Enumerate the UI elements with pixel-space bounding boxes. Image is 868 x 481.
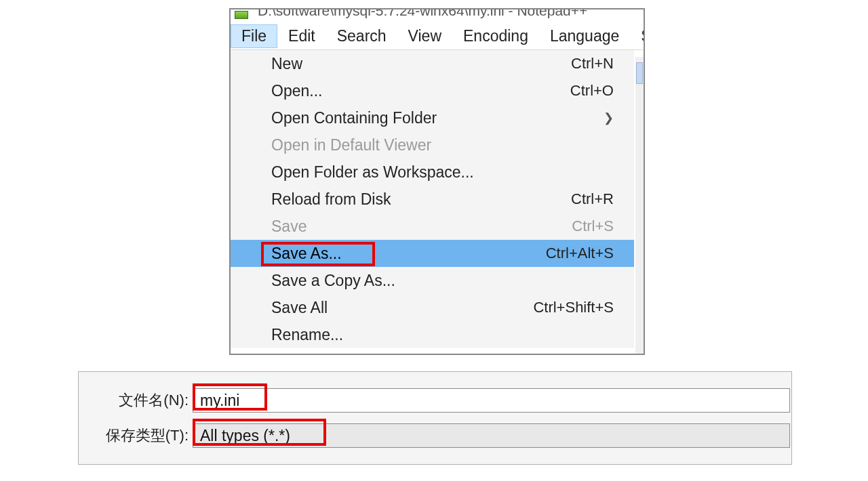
menu-item-new[interactable]: New Ctrl+N — [231, 50, 634, 77]
menu-item-reload-from-disk[interactable]: Reload from Disk Ctrl+R — [231, 186, 634, 213]
menu-edit[interactable]: Edit — [277, 24, 326, 48]
chevron-right-icon: ❯ — [604, 110, 614, 125]
menu-search[interactable]: Search — [326, 24, 397, 48]
file-dropdown: New Ctrl+N Open... Ctrl+O Open Containin… — [231, 50, 634, 348]
filename-value: my.ini — [200, 392, 239, 410]
scrollbar-vertical[interactable] — [635, 57, 644, 354]
window-title: D:\software\mysql-5.7.24-winx64\my.ini -… — [231, 9, 644, 23]
menu-item-label: Save — [271, 217, 307, 236]
menu-encoding[interactable]: Encoding — [452, 24, 539, 48]
menu-item-label: Save As... — [271, 245, 342, 263]
menu-item-save-all[interactable]: Save All Ctrl+Shift+S — [231, 294, 634, 321]
menu-item-open-default-viewer: Open in Default Viewer — [231, 131, 634, 159]
menu-item-save-copy-as[interactable]: Save a Copy As... — [231, 267, 634, 294]
filename-label: 文件名(N): — [79, 390, 193, 411]
menu-item-shortcut: Ctrl+R — [571, 190, 614, 208]
menu-item-shortcut: Ctrl+O — [570, 82, 614, 100]
filename-input[interactable]: my.ini — [193, 388, 790, 413]
menu-item-label: Save a Copy As... — [271, 272, 395, 290]
menu-item-rename[interactable]: Rename... — [231, 321, 634, 348]
app-icon — [235, 11, 248, 19]
type-value: All types (*.*) — [200, 427, 290, 445]
menu-item-label: Open in Default Viewer — [271, 136, 431, 154]
menu-item-label: Reload from Disk — [271, 190, 391, 209]
menu-item-shortcut: Ctrl+Alt+S — [546, 245, 614, 262]
type-label: 保存类型(T): — [79, 425, 193, 446]
menu-item-label: Rename... — [271, 326, 343, 344]
notepadpp-window: D:\software\mysql-5.7.24-winx64\my.ini -… — [229, 8, 645, 355]
type-select[interactable]: All types (*.*) — [193, 423, 790, 448]
menu-item-save-as[interactable]: Save As... Ctrl+Alt+S — [231, 240, 634, 267]
menu-item-save: Save Ctrl+S — [231, 213, 634, 240]
menubar: File Edit Search View Encoding Language … — [231, 23, 644, 50]
menu-item-shortcut: Ctrl+N — [571, 55, 614, 72]
menu-item-label: Open Folder as Workspace... — [271, 163, 474, 182]
menu-item-label: Open... — [271, 82, 322, 100]
menu-item-label: Open Containing Folder — [271, 109, 437, 127]
menu-item-shortcut: Ctrl+S — [572, 217, 614, 235]
menu-view[interactable]: View — [397, 24, 452, 48]
menu-item-open[interactable]: Open... Ctrl+O — [231, 77, 634, 104]
type-row: 保存类型(T): All types (*.*) — [79, 423, 790, 448]
menu-settings[interactable]: Settin — [630, 24, 645, 48]
save-as-dialog: 文件名(N): my.ini 保存类型(T): All types (*.*) — [78, 371, 792, 465]
menu-item-shortcut: Ctrl+Shift+S — [533, 299, 614, 316]
menu-language[interactable]: Language — [539, 24, 630, 48]
menu-file[interactable]: File — [231, 24, 277, 48]
menu-item-open-folder-workspace[interactable]: Open Folder as Workspace... — [231, 159, 634, 186]
menu-item-label: New — [271, 55, 302, 73]
menu-item-label: Save All — [271, 299, 328, 317]
menu-item-open-containing-folder[interactable]: Open Containing Folder ❯ — [231, 104, 634, 131]
filename-row: 文件名(N): my.ini — [79, 388, 790, 413]
